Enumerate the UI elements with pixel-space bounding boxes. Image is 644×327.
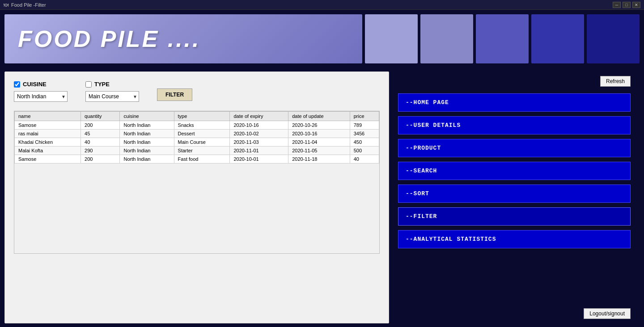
table-cell: 2020-11-05 xyxy=(288,147,350,155)
col-header-cuisine: cuisine xyxy=(120,112,174,121)
maximize-button[interactable]: □ xyxy=(623,2,631,8)
table-cell: 40 xyxy=(350,155,379,164)
col-header-type: type xyxy=(174,112,230,121)
table-cell: Starter xyxy=(174,147,230,155)
table-wrapper: name quantity cuisine type date of expir… xyxy=(14,111,380,254)
table-row: Samose200North IndianSnacks2020-10-16202… xyxy=(15,121,379,130)
header-block-2 xyxy=(420,14,473,63)
nav-search[interactable]: --SEARCH xyxy=(398,162,631,180)
table-cell: 40 xyxy=(81,138,120,147)
table-cell: Samose xyxy=(15,121,81,130)
cuisine-filter-group: CUISINE North Indian South Indian Chines… xyxy=(14,81,68,102)
cuisine-select[interactable]: North Indian South Indian Chinese Italia… xyxy=(14,91,68,102)
table-header-row: name quantity cuisine type date of expir… xyxy=(15,112,379,121)
nav-sort[interactable]: --SORT xyxy=(398,184,631,203)
refresh-button[interactable]: Refresh xyxy=(600,76,631,87)
title-bar-controls[interactable]: ─ □ ✕ xyxy=(613,2,640,8)
table-cell: 2020-10-16 xyxy=(288,130,350,138)
header-blocks xyxy=(365,14,640,63)
minimize-button[interactable]: ─ xyxy=(613,2,621,8)
table-cell: Malai Kofta xyxy=(15,147,81,155)
refresh-row: Refresh xyxy=(398,76,631,87)
col-header-quantity: quantity xyxy=(81,112,120,121)
cuisine-checkbox[interactable] xyxy=(14,81,20,88)
table-cell: North Indian xyxy=(120,138,174,147)
type-select[interactable]: Main Course Snacks Dessert Starter Fast … xyxy=(85,91,139,102)
cuisine-label: CUISINE xyxy=(23,81,47,88)
nav-buttons: --HOME PAGE --USER DETAILS --PRODUCT --S… xyxy=(398,93,631,304)
table-cell: 200 xyxy=(81,121,120,130)
table-cell: 2020-11-04 xyxy=(288,138,350,147)
title-bar-left: 🍽 Food Pile -Filter xyxy=(4,2,46,8)
filter-button[interactable]: FILTER xyxy=(157,88,192,101)
table-cell: ras malai xyxy=(15,130,81,138)
table-row: Khadai Chicken40North IndianMain Course2… xyxy=(15,138,379,147)
table-cell: 200 xyxy=(81,155,120,164)
table-cell: 2020-10-02 xyxy=(230,130,288,138)
table-cell: Main Course xyxy=(174,138,230,147)
table-cell: 500 xyxy=(350,147,379,155)
header-block-4 xyxy=(531,14,584,63)
type-label: TYPE xyxy=(94,81,110,88)
app-logo-text: FOOD PILE .... xyxy=(18,25,200,52)
nav-product[interactable]: --PRODUCT xyxy=(398,139,631,157)
table-cell: Snacks xyxy=(174,121,230,130)
table-cell: Dessert xyxy=(174,130,230,138)
type-filter-group: TYPE Main Course Snacks Dessert Starter … xyxy=(85,81,139,102)
table-cell: North Indian xyxy=(120,147,174,155)
col-header-date-expiry: date of expiry xyxy=(230,112,288,121)
table-cell: Samose xyxy=(15,155,81,164)
table-cell: Khadai Chicken xyxy=(15,138,81,147)
nav-filter[interactable]: --FILTER xyxy=(398,207,631,226)
table-cell: North Indian xyxy=(120,121,174,130)
type-select-wrapper[interactable]: Main Course Snacks Dessert Starter Fast … xyxy=(85,91,139,102)
cuisine-select-wrapper[interactable]: North Indian South Indian Chinese Italia… xyxy=(14,91,68,102)
table-cell: 2020-10-01 xyxy=(230,155,288,164)
table-cell: 2020-11-18 xyxy=(288,155,350,164)
table-cell: 2020-11-03 xyxy=(230,138,288,147)
table-row: ras malai45North IndianDessert2020-10-02… xyxy=(15,130,379,138)
table-cell: North Indian xyxy=(120,130,174,138)
title-bar: 🍽 Food Pile -Filter ─ □ ✕ xyxy=(0,0,644,10)
table-cell: 2020-10-26 xyxy=(288,121,350,130)
table-cell: 45 xyxy=(81,130,120,138)
header-block-3 xyxy=(476,14,529,63)
table-row: Malai Kofta290North IndianStarter2020-11… xyxy=(15,147,379,155)
table-cell: 2020-11-01 xyxy=(230,147,288,155)
table-cell: 789 xyxy=(350,121,379,130)
nav-home-page[interactable]: --HOME PAGE xyxy=(398,93,631,112)
type-label-row: TYPE xyxy=(85,81,139,88)
header-block-5 xyxy=(587,14,640,63)
table-cell: 290 xyxy=(81,147,120,155)
logout-button[interactable]: Logout/signout xyxy=(584,308,631,319)
header-banner: FOOD PILE .... xyxy=(0,10,644,68)
header-logo-area: FOOD PILE .... xyxy=(4,14,362,63)
filter-controls: CUISINE North Indian South Indian Chines… xyxy=(14,81,380,102)
table-body: Samose200North IndianSnacks2020-10-16202… xyxy=(15,121,379,164)
data-table: name quantity cuisine type date of expir… xyxy=(14,111,379,164)
filter-panel: CUISINE North Indian South Indian Chines… xyxy=(4,71,389,323)
table-row: Samose200North IndianFast food2020-10-01… xyxy=(15,155,379,164)
cuisine-label-row: CUISINE xyxy=(14,81,68,88)
col-header-name: name xyxy=(15,112,81,121)
table-cell: 450 xyxy=(350,138,379,147)
table-cell: 2020-10-16 xyxy=(230,121,288,130)
nav-user-details[interactable]: --USER DETAILS xyxy=(398,116,631,134)
header-block-1 xyxy=(365,14,418,63)
table-cell: Fast food xyxy=(174,155,230,164)
col-header-price: price xyxy=(350,112,379,121)
main-content: CUISINE North Indian South Indian Chines… xyxy=(0,68,644,327)
nav-analytical-statistics[interactable]: --ANALYTICAL STATISTICS xyxy=(398,230,631,248)
table-cell: North Indian xyxy=(120,155,174,164)
logout-row: Logout/signout xyxy=(398,308,631,319)
app-title: Food Pile -Filter xyxy=(11,2,46,8)
app-icon: 🍽 xyxy=(4,2,8,8)
close-button[interactable]: ✕ xyxy=(632,2,640,8)
table-cell: 3456 xyxy=(350,130,379,138)
type-checkbox[interactable] xyxy=(85,81,92,88)
right-sidebar: Refresh --HOME PAGE --USER DETAILS --PRO… xyxy=(389,71,640,323)
col-header-date-update: date of update xyxy=(288,112,350,121)
